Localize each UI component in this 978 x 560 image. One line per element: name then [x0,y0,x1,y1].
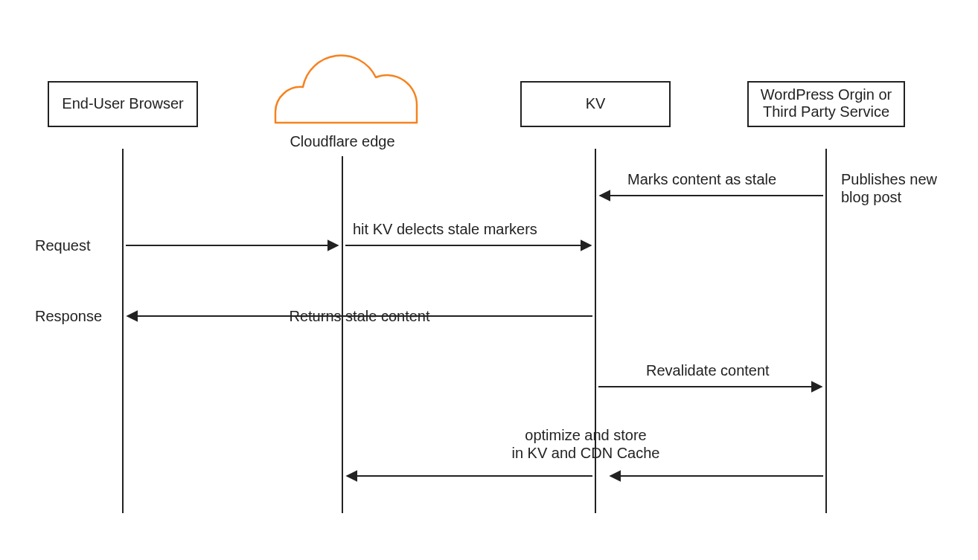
message-optimize: optimize and store in KV and CDN Cache [347,427,823,476]
annotation-publish-l2: blog post [841,189,902,205]
message-marks-stale: Marks content as stale Publishes new blo… [600,171,938,205]
annotation-publish-l1: Publishes new [841,171,938,187]
sequence-diagram: End-User Browser Cloudflare edge KV Word… [0,0,978,560]
participant-edge-label: Cloudflare edge [290,133,394,149]
cloud-icon [275,56,417,123]
message-request: Request [35,237,338,254]
participant-origin-label-l1: WordPress Orgin or [761,86,892,103]
message-hit-kv-label: hit KV delects stale markers [353,221,537,237]
message-optimize-l1: optimize and store [525,427,646,443]
message-revalidate-label: Revalidate content [646,362,770,379]
message-optimize-l2: in KV and CDN Cache [512,445,660,461]
side-label-response: Response [35,308,102,324]
participant-origin: WordPress Orgin or Third Party Service [748,82,904,513]
message-hit-kv: hit KV delects stale markers [345,221,591,245]
message-response: Response Returns stale content [35,308,592,324]
participant-browser: End-User Browser [48,82,197,513]
participant-browser-label: End-User Browser [62,95,184,112]
participant-origin-label-l2: Third Party Service [763,103,889,120]
side-label-request: Request [35,237,91,254]
participant-edge: Cloudflare edge [275,56,417,513]
message-marks-stale-label: Marks content as stale [627,171,776,187]
participant-kv-label: KV [586,95,606,112]
message-returns-stale-label: Returns stale content [290,308,430,324]
message-revalidate: Revalidate content [598,362,822,387]
